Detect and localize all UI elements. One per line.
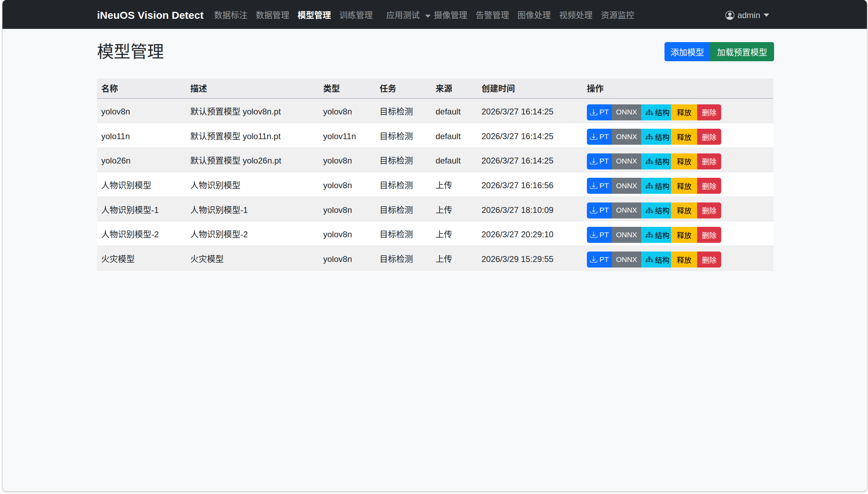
- release[interactable]: 释放: [671, 153, 697, 169]
- delete[interactable]: 删除: [697, 129, 721, 145]
- model-row: yolo26n默认预置模型 yolo26n.ptyolov8n目标检测defau…: [97, 148, 773, 173]
- structure[interactable]: 结构: [641, 153, 671, 169]
- download-onnx[interactable]: ONNX: [612, 153, 641, 169]
- model-row: 火灾模型火灾模型yolov8n目标检测上传2026/3/29 15:29:55 …: [97, 246, 773, 271]
- delete[interactable]: 删除: [697, 104, 721, 120]
- structure[interactable]: 结构: [641, 227, 671, 243]
- top-buttons: 添加模型 加载预置模型: [664, 42, 774, 61]
- row-actions: PT ONNX 结构 释放 删除: [587, 227, 769, 243]
- release[interactable]: 释放: [671, 202, 697, 218]
- model-row: 人物识别模型-1人物识别模型-1yolov8n目标检测上传2026/3/27 1…: [97, 197, 773, 222]
- download-pt[interactable]: PT: [587, 252, 612, 268]
- structure[interactable]: 结构: [641, 202, 671, 218]
- user-menu[interactable]: admin: [721, 5, 773, 26]
- row-actions: PT ONNX 结构 释放 删除: [587, 252, 769, 268]
- download-onnx[interactable]: ONNX: [612, 129, 641, 145]
- page-title: 模型管理: [97, 42, 164, 62]
- release[interactable]: 释放: [671, 129, 697, 145]
- delete[interactable]: 删除: [697, 202, 721, 218]
- delete[interactable]: 删除: [697, 153, 721, 169]
- release[interactable]: 释放: [671, 227, 697, 243]
- download-pt[interactable]: PT: [587, 178, 612, 194]
- row-actions: PT ONNX 结构 释放 删除: [587, 129, 769, 145]
- download-onnx[interactable]: ONNX: [612, 178, 641, 194]
- row-actions: PT ONNX 结构 释放 删除: [587, 153, 769, 169]
- row-actions: PT ONNX 结构 释放 删除: [587, 178, 769, 194]
- row-actions: PT ONNX 结构 释放 删除: [587, 202, 769, 218]
- structure[interactable]: 结构: [641, 252, 671, 268]
- release[interactable]: 释放: [671, 252, 697, 268]
- structure[interactable]: 结构: [641, 178, 671, 194]
- load-preset[interactable]: 加载预置模型: [710, 42, 774, 61]
- download-onnx[interactable]: ONNX: [612, 202, 641, 218]
- delete[interactable]: 删除: [697, 227, 721, 243]
- download-pt[interactable]: PT: [587, 202, 612, 218]
- download-onnx[interactable]: ONNX: [612, 252, 641, 268]
- structure[interactable]: 结构: [641, 104, 671, 120]
- download-pt[interactable]: PT: [587, 104, 612, 120]
- release[interactable]: 释放: [671, 178, 697, 194]
- delete[interactable]: 删除: [697, 178, 721, 194]
- download-onnx[interactable]: ONNX: [612, 104, 641, 120]
- model-rows: yolov8n默认预置模型 yolov8n.ptyolov8n目标检测defau…: [97, 99, 773, 271]
- model-management-page: iNeuOS Vision Detect 数据标注 数据管理 模型管理 训练管理…: [0, 0, 868, 494]
- download-onnx[interactable]: ONNX: [612, 227, 641, 243]
- download-pt[interactable]: PT: [587, 153, 612, 169]
- model-row: 人物识别模型-2人物识别模型-2yolov8n目标检测上传2026/3/27 2…: [97, 221, 773, 246]
- model-row: yolo11n默认预置模型 yolo11n.ptyolov11n目标检测defa…: [97, 123, 773, 148]
- structure[interactable]: 结构: [641, 129, 671, 145]
- brand[interactable]: iNeuOS Vision Detect: [97, 7, 204, 23]
- model-row: 人物识别模型人物识别模型yolov8n目标检测上传2026/3/27 16:16…: [97, 172, 773, 197]
- navbar: iNeuOS Vision Detect 数据标注 数据管理 模型管理 训练管理…: [2, 0, 867, 29]
- main-nav: 数据标注 数据管理 模型管理 训练管理 应用测试 摄像管理 告警管理 图像处理 …: [210, 5, 638, 26]
- page-head: 模型管理 添加模型 加载预置模型: [97, 39, 773, 64]
- row-actions: PT ONNX 结构 释放 删除: [587, 104, 769, 120]
- model-row: yolov8n默认预置模型 yolov8n.ptyolov8n目标检测defau…: [97, 99, 773, 124]
- download-pt[interactable]: PT: [587, 227, 612, 243]
- release[interactable]: 释放: [671, 104, 697, 120]
- content: 模型管理 添加模型 加载预置模型 名称描述类型任务来源创建时间操作: [97, 39, 773, 271]
- download-pt[interactable]: PT: [587, 129, 612, 145]
- model-table: 名称描述类型任务来源创建时间操作 yolov8n默认预置模型 yolov8n.p…: [97, 79, 773, 271]
- delete[interactable]: 删除: [697, 252, 721, 268]
- add-model[interactable]: 添加模型: [664, 42, 710, 61]
- app-window: iNeuOS Vision Detect 数据标注 数据管理 模型管理 训练管理…: [2, 0, 867, 492]
